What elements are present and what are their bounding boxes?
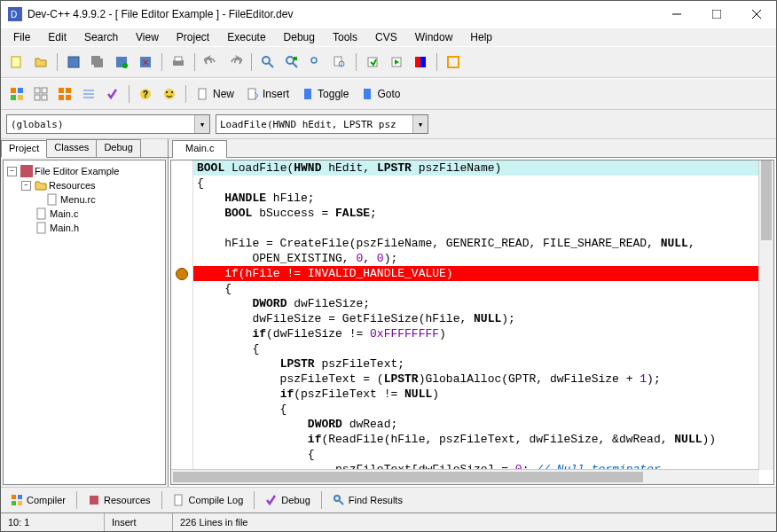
btab-debug[interactable]: Debug [259, 491, 316, 509]
find-in-files-icon[interactable] [329, 51, 350, 73]
project-icon [20, 165, 33, 177]
help-icon[interactable]: ? [135, 83, 156, 105]
check-icon[interactable] [102, 83, 123, 105]
menu-tools[interactable]: Tools [324, 29, 366, 45]
gutter[interactable] [171, 160, 193, 484]
menubar: File Edit Search View Project Execute De… [1, 28, 776, 46]
menu-help[interactable]: Help [461, 29, 501, 45]
file-tab-main-c[interactable]: Main.c [172, 140, 227, 158]
svg-point-46 [164, 89, 175, 99]
save-as-icon[interactable] [111, 51, 132, 73]
svg-point-48 [171, 91, 173, 93]
svg-rect-53 [20, 165, 33, 177]
new-button[interactable]: New [192, 83, 239, 105]
svg-rect-29 [11, 88, 16, 93]
file-icon [35, 207, 48, 220]
scope-combo[interactable]: (globals)▾ [6, 114, 210, 134]
svg-rect-9 [94, 59, 103, 67]
titlebar: D Dev-C++ 4.9.9.2 - [ File Editor Exampl… [1, 1, 776, 28]
debug-icon[interactable] [443, 51, 464, 73]
compile-run-icon[interactable] [410, 51, 431, 73]
collapse-icon[interactable]: − [7, 167, 17, 176]
maximize-button[interactable] [696, 1, 736, 27]
btab-find-results[interactable]: Find Results [326, 491, 409, 509]
print-icon[interactable] [168, 51, 189, 73]
menu-cvs[interactable]: CVS [366, 29, 406, 45]
redo-icon[interactable] [224, 51, 246, 73]
vertical-scrollbar[interactable] [758, 160, 773, 470]
tree-item[interactable]: Main.h [7, 221, 161, 235]
tree-root[interactable]: − File Editor Example [7, 164, 161, 178]
tree-item[interactable]: Main.c [7, 207, 161, 221]
menu-debug[interactable]: Debug [275, 29, 324, 45]
svg-point-18 [286, 57, 294, 64]
svg-point-16 [263, 57, 270, 64]
file-tabs: Main.c [169, 139, 776, 158]
project-tree[interactable]: − File Editor Example − Resources Menu.r… [3, 160, 166, 485]
insert-button[interactable]: Insert [241, 83, 294, 105]
about-icon[interactable] [159, 83, 180, 105]
tile-icon-3[interactable] [54, 83, 75, 105]
svg-rect-36 [42, 95, 47, 100]
svg-rect-51 [304, 89, 311, 99]
find-next-icon[interactable] [305, 51, 326, 73]
svg-rect-60 [18, 501, 22, 505]
close-file-icon[interactable]: ✕ [135, 51, 156, 73]
file-icon [46, 193, 59, 206]
save-icon[interactable] [63, 51, 84, 73]
svg-point-47 [166, 91, 168, 93]
tile-icon-1[interactable] [6, 83, 27, 105]
tree-item[interactable]: Menu.rc [7, 192, 161, 207]
menu-project[interactable]: Project [168, 29, 218, 45]
window-title: Dev-C++ 4.9.9.2 - [ File Editor Example … [27, 8, 656, 20]
menu-file[interactable]: File [4, 29, 39, 45]
run-icon[interactable] [386, 51, 407, 73]
combo-row: (globals)▾ LoadFile(HWND hEdit, LPSTR ps… [1, 110, 776, 139]
menu-search[interactable]: Search [75, 29, 127, 45]
tab-debug[interactable]: Debug [96, 139, 140, 157]
tab-project[interactable]: Project [1, 140, 47, 158]
save-all-icon[interactable] [87, 51, 108, 73]
toggle-button[interactable]: Toggle [296, 83, 353, 105]
btab-resources[interactable]: Resources [82, 491, 157, 509]
btab-compile-log[interactable]: Compile Log [167, 491, 250, 509]
svg-rect-35 [35, 95, 40, 100]
svg-rect-50 [248, 89, 255, 99]
menu-window[interactable]: Window [406, 29, 462, 45]
code-editor[interactable]: BOOL LoadFile(HWND hEdit, LPSTR pszFileN… [170, 160, 774, 485]
svg-rect-55 [37, 208, 45, 219]
svg-rect-3 [712, 10, 721, 19]
btab-compiler[interactable]: Compiler [4, 491, 72, 509]
svg-rect-30 [18, 88, 23, 93]
svg-rect-49 [199, 89, 206, 99]
svg-rect-20 [294, 57, 297, 60]
function-combo[interactable]: LoadFile(HWND hEdit, LPSTR psz▾ [216, 114, 428, 134]
collapse-icon[interactable]: − [21, 181, 31, 191]
replace-icon[interactable] [281, 51, 302, 73]
menu-view[interactable]: View [127, 29, 168, 45]
tab-classes[interactable]: Classes [46, 139, 97, 157]
file-icon [35, 222, 48, 234]
minimize-button[interactable] [656, 1, 696, 27]
tile-icon-2[interactable] [30, 83, 51, 105]
svg-rect-28 [448, 57, 459, 67]
compile-icon[interactable] [362, 51, 383, 73]
menu-execute[interactable]: Execute [218, 29, 274, 45]
svg-rect-57 [12, 495, 16, 499]
list-icon[interactable] [78, 83, 99, 105]
svg-rect-59 [12, 501, 16, 505]
goto-button[interactable]: Goto [356, 83, 404, 105]
horizontal-scrollbar[interactable] [171, 469, 759, 484]
chevron-down-icon: ▾ [194, 115, 209, 133]
svg-rect-56 [37, 223, 45, 233]
svg-rect-52 [364, 89, 371, 99]
undo-icon[interactable] [200, 51, 222, 73]
find-icon[interactable] [257, 51, 279, 73]
close-button[interactable] [736, 1, 776, 27]
breakpoint-icon[interactable] [176, 268, 188, 280]
tree-folder[interactable]: − Resources [7, 178, 161, 192]
new-project-icon[interactable] [6, 51, 27, 73]
open-icon[interactable] [30, 51, 51, 73]
menu-edit[interactable]: Edit [39, 29, 75, 45]
svg-rect-31 [11, 95, 16, 100]
